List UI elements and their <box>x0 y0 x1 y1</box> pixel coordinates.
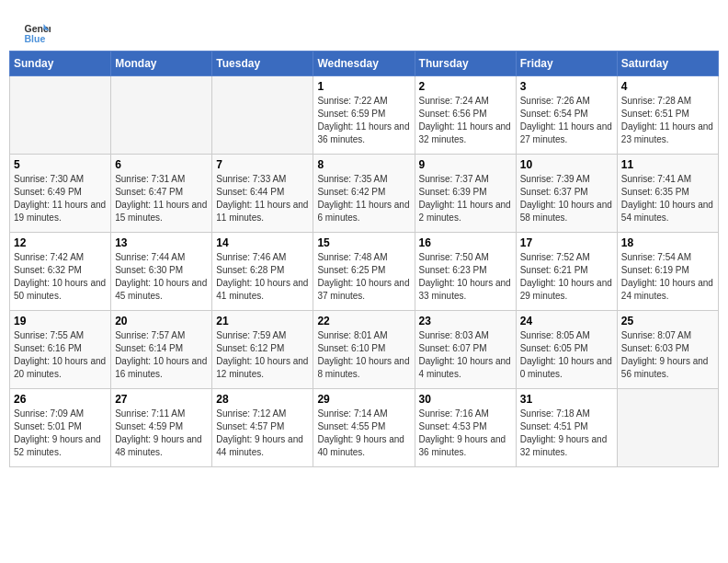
day-info: Sunrise: 7:09 AMSunset: 5:01 PMDaylight:… <box>14 408 107 459</box>
weekday-header: Tuesday <box>212 52 313 76</box>
day-number: 9 <box>419 158 512 171</box>
calendar-cell: 13Sunrise: 7:44 AMSunset: 6:30 PMDayligh… <box>111 233 212 311</box>
calendar-cell: 15Sunrise: 7:48 AMSunset: 6:25 PMDayligh… <box>313 233 415 311</box>
day-number: 14 <box>216 236 309 249</box>
calendar-cell: 31Sunrise: 7:18 AMSunset: 4:51 PMDayligh… <box>516 389 617 467</box>
day-info: Sunrise: 7:28 AMSunset: 6:51 PMDaylight:… <box>621 95 714 146</box>
day-info: Sunrise: 7:42 AMSunset: 6:32 PMDaylight:… <box>14 251 107 303</box>
day-number: 25 <box>621 315 714 327</box>
calendar-cell: 4Sunrise: 7:28 AMSunset: 6:51 PMDaylight… <box>617 76 718 155</box>
day-info: Sunrise: 7:46 AMSunset: 6:28 PMDaylight:… <box>216 251 309 303</box>
day-number: 24 <box>520 315 613 327</box>
day-info: Sunrise: 7:39 AMSunset: 6:37 PMDaylight:… <box>520 173 613 224</box>
day-info: Sunrise: 8:07 AMSunset: 6:03 PMDaylight:… <box>621 329 714 381</box>
day-number: 2 <box>419 80 512 93</box>
calendar-cell <box>111 76 212 155</box>
day-info: Sunrise: 8:01 AMSunset: 6:10 PMDaylight:… <box>317 329 410 381</box>
calendar-cell: 7Sunrise: 7:33 AMSunset: 6:44 PMDaylight… <box>212 155 313 233</box>
calendar-cell: 17Sunrise: 7:52 AMSunset: 6:21 PMDayligh… <box>516 233 617 311</box>
day-number: 8 <box>317 158 410 171</box>
day-info: Sunrise: 7:59 AMSunset: 6:12 PMDaylight:… <box>216 329 309 381</box>
calendar-cell <box>617 389 718 467</box>
logo-icon: General Blue <box>23 18 51 46</box>
calendar-cell: 21Sunrise: 7:59 AMSunset: 6:12 PMDayligh… <box>212 311 313 389</box>
calendar-cell: 26Sunrise: 7:09 AMSunset: 5:01 PMDayligh… <box>10 389 111 467</box>
day-info: Sunrise: 7:37 AMSunset: 6:39 PMDaylight:… <box>419 173 512 224</box>
day-number: 29 <box>317 393 410 406</box>
day-number: 4 <box>621 80 714 93</box>
day-number: 21 <box>216 315 309 327</box>
calendar-cell: 27Sunrise: 7:11 AMSunset: 4:59 PMDayligh… <box>111 389 212 467</box>
day-info: Sunrise: 8:05 AMSunset: 6:05 PMDaylight:… <box>520 329 613 381</box>
calendar-table: SundayMondayTuesdayWednesdayThursdayFrid… <box>9 51 719 467</box>
weekday-header: Saturday <box>617 52 718 76</box>
calendar-cell: 29Sunrise: 7:14 AMSunset: 4:55 PMDayligh… <box>313 389 415 467</box>
day-number: 26 <box>14 393 107 406</box>
weekday-header-row: SundayMondayTuesdayWednesdayThursdayFrid… <box>10 52 719 76</box>
day-info: Sunrise: 7:18 AMSunset: 4:51 PMDaylight:… <box>520 408 613 459</box>
calendar-cell: 12Sunrise: 7:42 AMSunset: 6:32 PMDayligh… <box>10 233 111 311</box>
calendar-cell: 10Sunrise: 7:39 AMSunset: 6:37 PMDayligh… <box>516 155 617 233</box>
weekday-header: Sunday <box>10 52 111 76</box>
day-number: 28 <box>216 393 309 406</box>
day-info: Sunrise: 7:35 AMSunset: 6:42 PMDaylight:… <box>317 173 410 224</box>
day-info: Sunrise: 7:54 AMSunset: 6:19 PMDaylight:… <box>621 251 714 303</box>
day-info: Sunrise: 7:12 AMSunset: 4:57 PMDaylight:… <box>216 408 309 459</box>
day-info: Sunrise: 7:31 AMSunset: 6:47 PMDaylight:… <box>115 173 208 224</box>
day-info: Sunrise: 8:03 AMSunset: 6:07 PMDaylight:… <box>419 329 512 381</box>
calendar-cell: 14Sunrise: 7:46 AMSunset: 6:28 PMDayligh… <box>212 233 313 311</box>
day-info: Sunrise: 7:16 AMSunset: 4:53 PMDaylight:… <box>419 408 512 459</box>
calendar-cell: 6Sunrise: 7:31 AMSunset: 6:47 PMDaylight… <box>111 155 212 233</box>
svg-text:Blue: Blue <box>25 33 46 44</box>
calendar-week-row: 5Sunrise: 7:30 AMSunset: 6:49 PMDaylight… <box>10 155 719 233</box>
day-info: Sunrise: 7:41 AMSunset: 6:35 PMDaylight:… <box>621 173 714 224</box>
day-number: 1 <box>317 80 410 93</box>
calendar-cell: 1Sunrise: 7:22 AMSunset: 6:59 PMDaylight… <box>313 76 415 155</box>
day-info: Sunrise: 7:22 AMSunset: 6:59 PMDaylight:… <box>317 95 410 146</box>
calendar-cell: 5Sunrise: 7:30 AMSunset: 6:49 PMDaylight… <box>10 155 111 233</box>
calendar-week-row: 12Sunrise: 7:42 AMSunset: 6:32 PMDayligh… <box>10 233 719 311</box>
weekday-header: Friday <box>516 52 617 76</box>
day-number: 23 <box>419 315 512 327</box>
day-info: Sunrise: 7:30 AMSunset: 6:49 PMDaylight:… <box>14 173 107 224</box>
calendar-cell: 11Sunrise: 7:41 AMSunset: 6:35 PMDayligh… <box>617 155 718 233</box>
calendar-cell: 19Sunrise: 7:55 AMSunset: 6:16 PMDayligh… <box>10 311 111 389</box>
day-number: 22 <box>317 315 410 327</box>
day-info: Sunrise: 7:26 AMSunset: 6:54 PMDaylight:… <box>520 95 613 146</box>
calendar-cell: 24Sunrise: 8:05 AMSunset: 6:05 PMDayligh… <box>516 311 617 389</box>
weekday-header: Wednesday <box>313 52 415 76</box>
day-number: 18 <box>621 236 714 249</box>
weekday-header: Thursday <box>415 52 516 76</box>
day-info: Sunrise: 7:33 AMSunset: 6:44 PMDaylight:… <box>216 173 309 224</box>
day-number: 13 <box>115 236 208 249</box>
calendar-cell: 3Sunrise: 7:26 AMSunset: 6:54 PMDaylight… <box>516 76 617 155</box>
day-number: 15 <box>317 236 410 249</box>
page-header: General Blue <box>9 9 719 51</box>
calendar-week-row: 26Sunrise: 7:09 AMSunset: 5:01 PMDayligh… <box>10 389 719 467</box>
calendar-cell: 20Sunrise: 7:57 AMSunset: 6:14 PMDayligh… <box>111 311 212 389</box>
day-number: 7 <box>216 158 309 171</box>
calendar-cell: 28Sunrise: 7:12 AMSunset: 4:57 PMDayligh… <box>212 389 313 467</box>
day-info: Sunrise: 7:55 AMSunset: 6:16 PMDaylight:… <box>14 329 107 381</box>
day-info: Sunrise: 7:14 AMSunset: 4:55 PMDaylight:… <box>317 408 410 459</box>
day-number: 6 <box>115 158 208 171</box>
calendar-cell: 8Sunrise: 7:35 AMSunset: 6:42 PMDaylight… <box>313 155 415 233</box>
calendar-cell: 30Sunrise: 7:16 AMSunset: 4:53 PMDayligh… <box>415 389 516 467</box>
calendar-cell <box>212 76 313 155</box>
calendar-cell: 25Sunrise: 8:07 AMSunset: 6:03 PMDayligh… <box>617 311 718 389</box>
day-info: Sunrise: 7:24 AMSunset: 6:56 PMDaylight:… <box>419 95 512 146</box>
calendar-cell: 2Sunrise: 7:24 AMSunset: 6:56 PMDaylight… <box>415 76 516 155</box>
logo: General Blue <box>23 18 54 46</box>
day-number: 10 <box>520 158 613 171</box>
calendar-cell: 9Sunrise: 7:37 AMSunset: 6:39 PMDaylight… <box>415 155 516 233</box>
day-number: 30 <box>419 393 512 406</box>
calendar-cell: 22Sunrise: 8:01 AMSunset: 6:10 PMDayligh… <box>313 311 415 389</box>
day-info: Sunrise: 7:48 AMSunset: 6:25 PMDaylight:… <box>317 251 410 303</box>
calendar-cell <box>10 76 111 155</box>
day-info: Sunrise: 7:11 AMSunset: 4:59 PMDaylight:… <box>115 408 208 459</box>
day-number: 5 <box>14 158 107 171</box>
day-number: 3 <box>520 80 613 93</box>
day-info: Sunrise: 7:57 AMSunset: 6:14 PMDaylight:… <box>115 329 208 381</box>
day-info: Sunrise: 7:50 AMSunset: 6:23 PMDaylight:… <box>419 251 512 303</box>
day-info: Sunrise: 7:44 AMSunset: 6:30 PMDaylight:… <box>115 251 208 303</box>
